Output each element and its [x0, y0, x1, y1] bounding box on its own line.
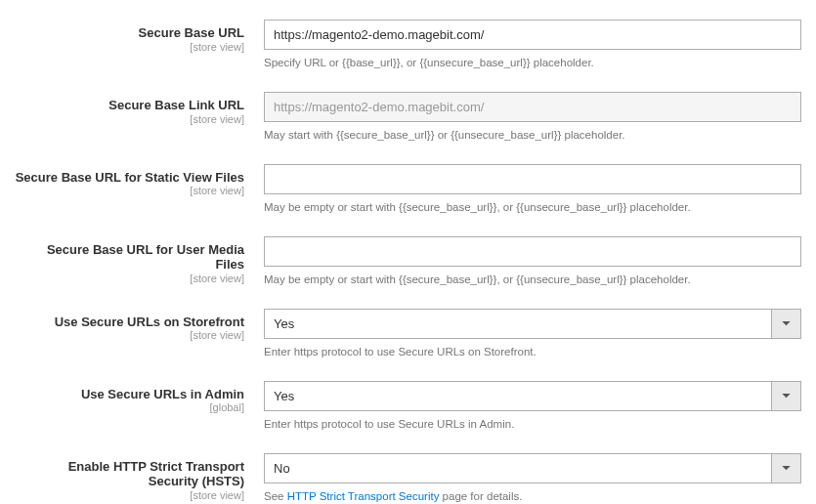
field-label: Secure Base URL for Static View Files	[15, 170, 244, 186]
field-label-col: Secure Base URL [store view]	[15, 20, 264, 54]
field-label-col: Use Secure URLs in Admin [global]	[15, 381, 264, 415]
field-label-col: Enable HTTP Strict Transport Security (H…	[15, 453, 264, 502]
field-scope: [store view]	[15, 489, 244, 502]
field-label: Secure Base URL for User Media Files	[15, 242, 244, 273]
hsts-link[interactable]: HTTP Strict Transport Security	[287, 490, 440, 502]
field-label-col: Use Secure URLs on Storefront [store vie…	[15, 309, 264, 343]
use-secure-admin-select[interactable]: Yes	[264, 381, 801, 411]
field-scope: [global]	[15, 401, 244, 414]
use-secure-storefront-select[interactable]: Yes	[264, 309, 801, 339]
field-control-col: May be empty or start with {{secure_base…	[264, 164, 801, 215]
secure-base-url-input[interactable]	[264, 20, 801, 50]
field-control-col: May start with {{secure_base_url}} or {{…	[264, 92, 801, 143]
field-use-secure-admin: Use Secure URLs in Admin [global] Yes En…	[15, 381, 801, 432]
secure-base-url-media-input[interactable]	[264, 236, 801, 267]
hint-prefix: See	[264, 490, 287, 502]
field-hint: Enter https protocol to use Secure URLs …	[264, 345, 801, 359]
select-value: Yes	[264, 381, 771, 411]
field-hint: May be empty or start with {{secure_base…	[264, 273, 801, 287]
field-control-col: Yes Enter https protocol to use Secure U…	[264, 309, 801, 359]
secure-base-link-url-input	[264, 92, 801, 122]
field-hint: May be empty or start with {{secure_base…	[264, 200, 801, 215]
field-scope: [store view]	[15, 329, 244, 342]
field-secure-base-url-static: Secure Base URL for Static View Files [s…	[15, 164, 801, 215]
chevron-down-icon	[771, 381, 801, 411]
field-scope: [store view]	[15, 113, 244, 126]
field-label: Use Secure URLs on Storefront	[15, 315, 244, 330]
field-hint: Enter https protocol to use Secure URLs …	[264, 417, 801, 432]
field-scope: [store view]	[15, 185, 244, 197]
field-hint: May start with {{secure_base_url}} or {{…	[264, 128, 801, 143]
field-label: Secure Base Link URL	[15, 98, 244, 113]
field-secure-base-url-media: Secure Base URL for User Media Files [st…	[15, 236, 801, 287]
field-label-col: Secure Base Link URL [store view]	[15, 92, 264, 126]
field-label: Enable HTTP Strict Transport Security (H…	[15, 459, 244, 489]
field-hint: Specify URL or {{base_url}}, or {{unsecu…	[264, 56, 801, 70]
field-secure-base-link-url: Secure Base Link URL [store view] May st…	[15, 92, 801, 143]
field-hint: See HTTP Strict Transport Security page …	[264, 489, 801, 504]
field-control-col: Yes Enter https protocol to use Secure U…	[264, 381, 801, 432]
select-value: Yes	[264, 309, 771, 339]
field-control-col: No See HTTP Strict Transport Security pa…	[264, 453, 801, 504]
field-label: Use Secure URLs in Admin	[15, 387, 244, 402]
field-secure-base-url: Secure Base URL [store view] Specify URL…	[15, 20, 801, 70]
field-label: Secure Base URL	[15, 25, 244, 41]
enable-hsts-select[interactable]: No	[264, 453, 801, 483]
field-scope: [store view]	[15, 273, 244, 285]
field-scope: [store view]	[15, 41, 244, 54]
hint-suffix: page for details.	[439, 490, 522, 502]
field-control-col: Specify URL or {{base_url}}, or {{unsecu…	[264, 20, 801, 70]
field-use-secure-storefront: Use Secure URLs on Storefront [store vie…	[15, 309, 801, 359]
select-value: No	[264, 453, 771, 483]
field-enable-hsts: Enable HTTP Strict Transport Security (H…	[15, 453, 801, 504]
secure-base-url-static-input[interactable]	[264, 164, 801, 194]
field-control-col: May be empty or start with {{secure_base…	[264, 236, 801, 287]
field-label-col: Secure Base URL for Static View Files [s…	[15, 164, 264, 198]
chevron-down-icon	[771, 453, 801, 483]
chevron-down-icon	[771, 309, 801, 339]
field-label-col: Secure Base URL for User Media Files [st…	[15, 236, 264, 285]
